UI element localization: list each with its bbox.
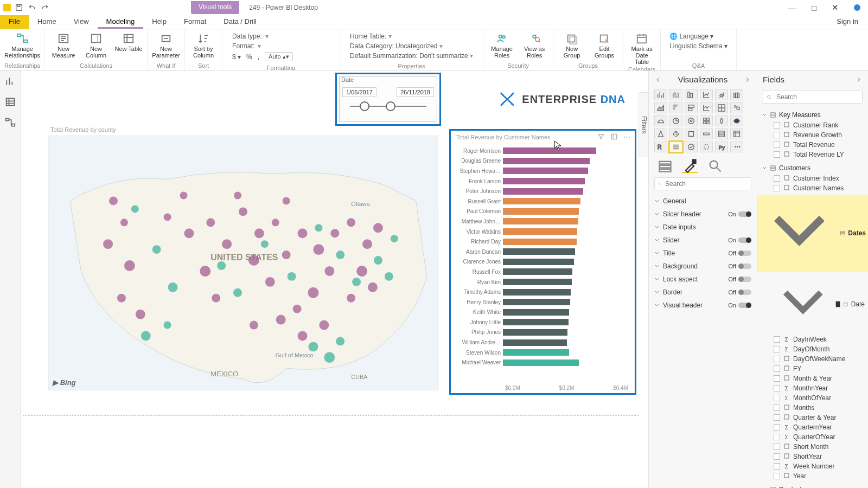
viz-type-icon[interactable]: R [654, 142, 667, 152]
maximize-icon[interactable]: □ [812, 3, 816, 12]
fields-search[interactable] [763, 91, 863, 104]
tab-home[interactable]: Home [29, 15, 65, 29]
toggle[interactable]: On [728, 211, 751, 217]
expand-pane-icon[interactable] [855, 76, 863, 84]
sort-by-column-button[interactable]: Sort by Column [189, 31, 218, 59]
field-checkbox[interactable] [774, 175, 780, 182]
bar-row[interactable]: Johnny Little [454, 317, 629, 328]
field-checkbox[interactable] [774, 434, 780, 440]
viz-type-icon[interactable] [730, 89, 743, 100]
map-visual[interactable]: Total Revenue by county UNITED STATES ME… [48, 136, 438, 390]
field-item[interactable]: Short Month [762, 442, 865, 452]
account-dot-icon[interactable] [854, 4, 860, 11]
field-item[interactable]: Total Revenue [762, 140, 865, 150]
linguistic-schema-dropdown[interactable]: Linguistic Schema ▾ [669, 42, 727, 50]
field-item[interactable]: Year [762, 471, 865, 481]
language-dropdown[interactable]: 🌐 Language ▾ [669, 33, 727, 40]
slider-handle-start[interactable] [360, 101, 369, 111]
field-item[interactable]: Revenue Growth [762, 130, 865, 140]
viz-type-icon[interactable] [715, 129, 728, 139]
analytics-tab-icon[interactable] [707, 159, 723, 173]
currency-icon[interactable]: $ ▾ [232, 53, 241, 61]
slicer-from-input[interactable]: 1/06/2017 [342, 87, 376, 97]
slicer-to-input[interactable]: 26/11/2018 [397, 87, 434, 97]
field-checkbox[interactable] [774, 385, 780, 391]
field-checkbox[interactable] [774, 365, 780, 372]
viz-type-icon[interactable] [685, 115, 698, 126]
field-checkbox[interactable] [774, 346, 780, 352]
bar-row[interactable]: Russell Fox [454, 267, 629, 277]
field-table-header[interactable]: Customers [762, 163, 865, 174]
viz-type-icon[interactable] [669, 115, 682, 126]
view-as-roles-button[interactable]: View as Roles [520, 31, 548, 59]
format-card-slider[interactable]: SliderOn [649, 234, 757, 247]
format-card-general[interactable]: General [649, 195, 757, 208]
bar-row[interactable]: Douglas Greene [454, 156, 629, 166]
field-checkbox[interactable] [774, 142, 780, 148]
bar-row[interactable]: Richard Day [454, 236, 629, 247]
fields-search-input[interactable] [775, 93, 859, 101]
tab-file[interactable]: File [0, 15, 29, 29]
viz-type-icon[interactable] [730, 102, 743, 113]
mark-as-date-table-button[interactable]: Mark as Date Table [628, 31, 656, 65]
viz-type-icon[interactable] [654, 129, 667, 139]
field-item[interactable]: DayOfWeekName [762, 354, 865, 364]
home-table-dropdown[interactable]: Home Table: ▾ [350, 33, 473, 40]
new-group-button[interactable]: New Group [558, 31, 586, 59]
bar-row[interactable]: Philip Jones [454, 328, 629, 338]
expand-pane-icon[interactable] [744, 76, 751, 84]
new-table-button[interactable]: New Table [114, 31, 143, 59]
toggle[interactable]: Off [729, 263, 751, 269]
field-table-header[interactable]: Products [762, 484, 865, 488]
field-checkbox[interactable] [774, 151, 780, 158]
field-checkbox[interactable] [774, 473, 780, 479]
format-card-title[interactable]: TitleOff [649, 247, 757, 260]
comma-icon[interactable]: , [258, 53, 259, 61]
bar-row[interactable]: Matthew John… [454, 216, 629, 227]
field-item[interactable]: Month & Year [762, 374, 865, 383]
field-item[interactable]: Customer Names [762, 183, 865, 193]
viz-type-icon[interactable] [715, 89, 728, 100]
viz-type-icon[interactable] [700, 142, 713, 152]
viz-type-icon[interactable] [685, 89, 698, 100]
viz-type-icon[interactable] [685, 102, 698, 113]
field-checkbox[interactable] [774, 444, 780, 450]
tab-format[interactable]: Format [175, 15, 215, 29]
bar-row[interactable]: Clarence Jones [454, 257, 629, 267]
report-view-icon[interactable] [5, 76, 16, 87]
toggle[interactable]: Off [729, 289, 751, 296]
data-view-icon[interactable] [5, 97, 16, 107]
tab-data-drill[interactable]: Data / Drill [215, 15, 265, 29]
field-checkbox[interactable] [774, 404, 780, 411]
minimize-icon[interactable]: — [788, 3, 796, 12]
sign-in-button[interactable]: Sign in [827, 15, 868, 29]
viz-type-icon[interactable] [700, 89, 713, 100]
bar-row[interactable]: Russell Grant [454, 196, 629, 207]
format-card-border[interactable]: BorderOff [649, 286, 757, 299]
undo-icon[interactable] [27, 3, 37, 12]
bar-row[interactable]: Aaron Duncan [454, 247, 629, 257]
field-item[interactable]: FY [762, 364, 865, 374]
field-checkbox[interactable] [774, 185, 780, 191]
field-item[interactable]: ShortYear [762, 452, 865, 461]
new-parameter-button[interactable]: New Parameter [152, 31, 180, 59]
report-canvas[interactable]: Filters Date 1/06/2017 26/11/2018 ENTERP… [21, 70, 648, 488]
field-checkbox[interactable] [774, 336, 780, 343]
bar-row[interactable]: Michael Weaver [454, 357, 629, 368]
field-checkbox[interactable] [774, 375, 780, 382]
save-icon[interactable] [14, 3, 24, 12]
toggle[interactable]: Off [729, 276, 751, 282]
bar-row[interactable]: Victor Watkins [454, 227, 629, 237]
field-item[interactable]: Months [762, 403, 865, 413]
viz-type-icon[interactable] [700, 102, 713, 113]
fields-well-tab-icon[interactable] [658, 159, 673, 173]
close-icon[interactable]: ✕ [832, 3, 839, 12]
new-measure-button[interactable]: New Measure [49, 31, 78, 59]
viz-type-icon[interactable] [730, 115, 743, 126]
field-item[interactable]: Customer Rank [762, 120, 865, 130]
field-table-dates[interactable]: Dates [757, 195, 868, 272]
viz-type-icon[interactable]: Py [715, 142, 728, 152]
manage-relationships-button[interactable]: Manage Relationships [8, 31, 36, 59]
tab-help[interactable]: Help [143, 15, 175, 29]
viz-type-icon[interactable] [669, 142, 682, 152]
